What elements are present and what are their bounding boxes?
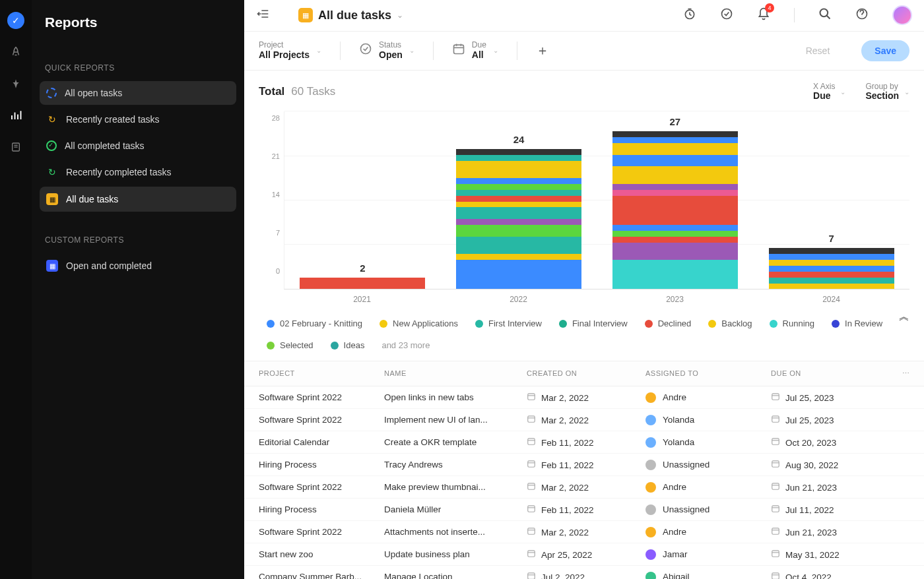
due-tasks-icon: ▦ bbox=[46, 193, 58, 205]
reset-button[interactable]: Reset bbox=[793, 40, 843, 61]
svg-rect-21 bbox=[528, 439, 535, 444]
group-by-selector[interactable]: Group by Section ⌄ bbox=[865, 82, 909, 102]
legend-item[interactable]: Declined bbox=[645, 319, 692, 328]
legend-item[interactable]: 02 February - Knitting bbox=[267, 319, 362, 328]
bar-2022[interactable]: 24 bbox=[456, 149, 581, 289]
legend-item[interactable]: Selected bbox=[267, 340, 314, 350]
bar-2021[interactable]: 2 bbox=[300, 278, 425, 290]
legend-item[interactable]: Running bbox=[770, 319, 814, 328]
svg-rect-23 bbox=[772, 439, 779, 444]
table-row[interactable]: Software Sprint 2022Open links in new ta… bbox=[244, 386, 924, 409]
rocket-icon[interactable] bbox=[10, 46, 22, 61]
chevron-down-icon: ⌄ bbox=[316, 47, 321, 54]
calendar-icon bbox=[771, 461, 780, 470]
cell-name: Tracy Andrews bbox=[384, 460, 527, 470]
svg-rect-31 bbox=[772, 483, 779, 489]
help-icon[interactable] bbox=[855, 7, 869, 24]
sidebar-item-label: Recently completed tasks bbox=[66, 167, 172, 177]
table-row[interactable]: Editorial CalendarCreate a OKR templateF… bbox=[244, 431, 924, 454]
search-icon[interactable] bbox=[818, 7, 832, 24]
legend-item[interactable]: Ideas bbox=[331, 340, 365, 350]
sidebar-item-label: All completed tasks bbox=[65, 140, 145, 151]
chevron-down-icon: ⌄ bbox=[409, 47, 414, 54]
legend-swatch bbox=[645, 320, 653, 328]
collapse-chart-button[interactable]: ︽ bbox=[899, 313, 909, 320]
timer-icon[interactable] bbox=[683, 7, 696, 24]
sidebar-item-all-due-tasks[interactable]: ▦ All due tasks bbox=[40, 187, 236, 212]
cell-created: Mar 2, 2022 bbox=[527, 526, 645, 537]
svg-rect-27 bbox=[772, 461, 779, 467]
x-tick: 2023 bbox=[612, 295, 738, 304]
cell-created: Apr 25, 2022 bbox=[527, 549, 645, 560]
sidebar-item-open-and-completed[interactable]: ▦ Open and completed bbox=[40, 253, 236, 278]
legend-label: Selected bbox=[280, 340, 314, 350]
save-button[interactable]: Save bbox=[861, 40, 909, 61]
col-header-project[interactable]: PROJECT bbox=[259, 369, 384, 378]
legend-item[interactable]: First Interview bbox=[475, 319, 542, 328]
collapse-sidebar-button[interactable] bbox=[256, 9, 269, 22]
col-header-created[interactable]: CREATED ON bbox=[527, 369, 645, 378]
cell-assigned: Yolanda bbox=[645, 437, 771, 448]
filter-status[interactable]: Status Open ⌄ bbox=[359, 41, 414, 60]
chevron-down-icon: ⌄ bbox=[904, 88, 909, 96]
cell-assigned: Unassigned bbox=[645, 460, 771, 470]
cell-name: Daniela Müller bbox=[384, 504, 527, 514]
cell-project: Start new zoo bbox=[259, 549, 384, 559]
check-circle-icon[interactable] bbox=[720, 7, 733, 24]
svg-rect-13 bbox=[528, 394, 535, 400]
reports-icon[interactable] bbox=[10, 109, 22, 125]
calendar-icon bbox=[771, 506, 780, 515]
add-filter-button[interactable]: ＋ bbox=[536, 42, 549, 59]
notifications-icon[interactable]: 4 bbox=[757, 7, 770, 24]
x-axis-selector[interactable]: X Axis Due ⌄ bbox=[813, 82, 845, 102]
cell-due: Jul 25, 2023 bbox=[771, 392, 890, 403]
svg-rect-47 bbox=[772, 573, 779, 579]
doc-icon[interactable] bbox=[11, 142, 21, 156]
assignee-avatar bbox=[645, 527, 656, 537]
sidebar-item-all-completed[interactable]: All completed tasks bbox=[40, 134, 236, 158]
chart-area: 28211470 224277 2021202220232024 bbox=[244, 105, 924, 309]
cell-due: Aug 30, 2022 bbox=[771, 459, 890, 470]
table-row[interactable]: Start new zooUpdate business planApr 25,… bbox=[244, 543, 924, 566]
col-header-assigned[interactable]: ASSIGNED TO bbox=[645, 369, 771, 378]
legend-item[interactable]: Final Interview bbox=[559, 319, 628, 328]
report-title-dropdown[interactable]: ▦ All due tasks ⌄ bbox=[298, 8, 403, 22]
filter-separator bbox=[517, 42, 517, 60]
calendar-icon bbox=[527, 506, 536, 515]
user-avatar[interactable] bbox=[892, 5, 912, 25]
cell-assigned: Andre bbox=[645, 527, 771, 537]
legend-item[interactable]: New Applications bbox=[380, 319, 458, 328]
table-row[interactable]: Hiring ProcessDaniela MüllerFeb 11, 2022… bbox=[244, 499, 924, 521]
table-row[interactable]: Software Sprint 2022Make preview thumbna… bbox=[244, 476, 924, 499]
table-row[interactable]: Software Sprint 2022Implement new UI of … bbox=[244, 409, 924, 431]
table-row[interactable]: Software Sprint 2022Attachments not inse… bbox=[244, 521, 924, 543]
sidebar-item-label: All due tasks bbox=[66, 194, 118, 204]
legend-item[interactable]: Backlog bbox=[708, 319, 752, 328]
plot-area: 224277 bbox=[284, 111, 909, 290]
filter-project[interactable]: Project All Projects ⌄ bbox=[259, 41, 321, 60]
app-icon-bar: ✓ bbox=[0, 0, 32, 579]
filter-label: Due bbox=[472, 41, 486, 49]
sidebar-item-label: Recently created tasks bbox=[66, 114, 160, 125]
filter-due[interactable]: Due All ⌄ bbox=[452, 41, 498, 60]
legend-item[interactable]: In Review bbox=[832, 319, 882, 328]
cell-created: Mar 2, 2022 bbox=[527, 392, 645, 403]
pin-icon[interactable] bbox=[11, 78, 21, 92]
svg-point-8 bbox=[361, 44, 371, 54]
app-logo[interactable]: ✓ bbox=[7, 12, 24, 29]
col-header-name[interactable]: NAME bbox=[384, 369, 527, 378]
table-row[interactable]: Company Summer Barb...Manage LocationJul… bbox=[244, 566, 924, 579]
table-row[interactable]: Hiring ProcessTracy AndrewsFeb 11, 2022U… bbox=[244, 454, 924, 476]
bar-2023[interactable]: 27 bbox=[612, 131, 738, 289]
legend-label: 02 February - Knitting bbox=[280, 319, 362, 328]
col-header-due[interactable]: DUE ON bbox=[771, 369, 890, 378]
bar-2024[interactable]: 7 bbox=[769, 248, 894, 289]
bar-value-label: 27 bbox=[612, 116, 738, 127]
table-menu-button[interactable]: ⋯ bbox=[890, 369, 909, 378]
sidebar-item-recently-created[interactable]: ↻ Recently created tasks bbox=[40, 107, 236, 132]
calendar-icon bbox=[771, 394, 780, 403]
legend-more[interactable]: and 23 more bbox=[381, 340, 430, 350]
sidebar-item-recently-completed[interactable]: ↻ Recently completed tasks bbox=[40, 160, 236, 185]
sidebar-item-all-open-tasks[interactable]: All open tasks bbox=[40, 81, 236, 105]
svg-rect-9 bbox=[453, 45, 463, 53]
